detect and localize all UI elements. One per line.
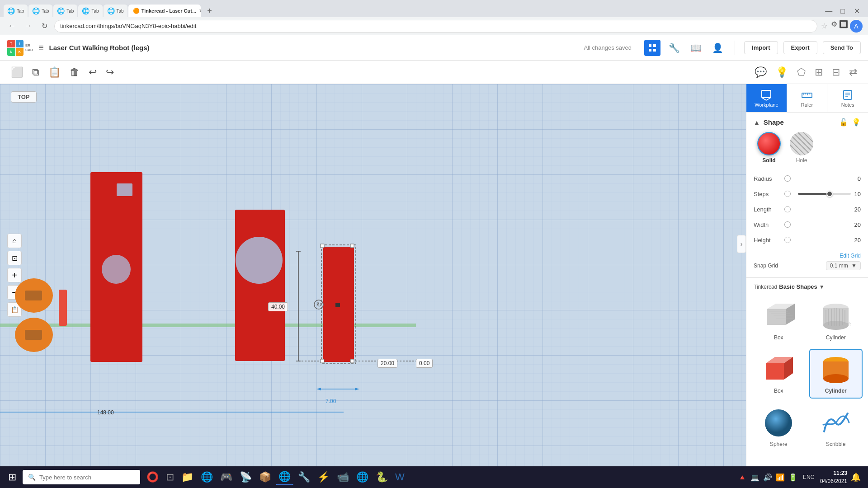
taskbar-icon-app1[interactable]: 📦 <box>256 469 274 485</box>
canvas-area[interactable]: TOP ⌂ ⊡ + − 📋 <box>0 84 746 466</box>
taskbar-icon-python[interactable]: 🐍 <box>373 469 391 485</box>
tray-icon-5[interactable]: 🔋 <box>788 473 797 482</box>
hole-option[interactable]: Hole <box>790 132 813 164</box>
tray-icon-1[interactable]: 🔺 <box>738 473 747 482</box>
profile-btn[interactable]: 👤 <box>709 40 726 56</box>
light-btn[interactable]: 💡 <box>852 118 861 127</box>
steps-slider[interactable] <box>798 193 851 195</box>
svg-rect-16 <box>25 291 42 300</box>
comment-tool[interactable]: 💬 <box>751 65 770 80</box>
back-btn[interactable]: ← <box>5 20 18 33</box>
tray-icon-2[interactable]: 💻 <box>750 473 760 482</box>
delete-btn[interactable]: 🗑 <box>66 65 83 80</box>
minimize-btn[interactable]: — <box>821 5 836 17</box>
svg-point-24 <box>236 237 283 284</box>
taskbar-icon-zoom[interactable]: 📹 <box>334 469 352 485</box>
snap-grid-value-btn[interactable]: 0.1 mm ▼ <box>826 261 861 270</box>
tab[interactable]: 🌐Tab <box>4 5 28 17</box>
shape-tool[interactable]: ⬠ <box>793 65 809 80</box>
browser-window: 🌐Tab 🌐Tab 🌐Tab 🌐Tab 🌐Tab 🟠Tinkercad - La… <box>0 0 868 488</box>
taskbar-icon-word[interactable]: W <box>392 469 407 485</box>
ext-icon-2[interactable]: 🔲 <box>839 20 848 33</box>
svg-rect-2 <box>649 49 651 52</box>
new-tab-btn[interactable]: + <box>203 5 216 17</box>
svg-rect-3 <box>653 49 656 52</box>
view-toggle-grid[interactable] <box>644 40 660 56</box>
workspace: TOP ⌂ ⊡ + − 📋 <box>0 84 868 466</box>
shape-scribble[interactable]: Scribble <box>809 402 863 452</box>
tab[interactable]: 🌐Tab <box>104 5 127 17</box>
redo-btn[interactable]: ↪ <box>102 65 118 80</box>
light-tool[interactable]: 💡 <box>772 65 792 80</box>
shape-sphere-blue[interactable]: Sphere <box>752 402 806 452</box>
solid-option[interactable]: Solid <box>757 132 781 164</box>
notifications-btn[interactable]: 🔔 <box>851 472 861 482</box>
taskbar-search-input[interactable] <box>39 474 125 481</box>
app-logo: T I N K ERCAD <box>7 40 33 56</box>
tab[interactable]: 🌐Tab <box>28 5 52 17</box>
panel-collapse-btn[interactable]: ▲ <box>754 119 760 126</box>
height-dot[interactable] <box>784 237 791 243</box>
copy-btn[interactable]: ⧉ <box>28 65 43 80</box>
top-nav-icons: Workplane Ruler <box>746 84 868 113</box>
taskbar-icon-chrome[interactable]: 🌐 <box>276 469 293 485</box>
taskbar-icon-steam[interactable]: 🎮 <box>217 469 235 485</box>
taskbar-icon-browser2[interactable]: 🌐 <box>354 469 371 485</box>
lock-btn[interactable]: 🔓 <box>839 118 848 127</box>
svg-rect-23 <box>235 210 285 361</box>
edit-grid-btn[interactable]: Edit Grid <box>840 253 861 259</box>
start-btn[interactable]: ⊞ <box>4 469 21 485</box>
notes-icon <box>841 89 854 101</box>
workplane-label: Workplane <box>755 102 778 108</box>
maximize-btn[interactable]: □ <box>837 5 849 17</box>
taskbar-icon-taskview[interactable]: ⊡ <box>163 469 177 485</box>
tab[interactable]: 🌐Tab <box>53 5 77 17</box>
menu-btn[interactable]: ≡ <box>38 42 44 53</box>
forward-btn[interactable]: → <box>22 20 34 33</box>
import-btn[interactable]: Import <box>744 41 778 54</box>
active-tab[interactable]: 🟠Tinkercad - Laser Cut...✕ <box>128 5 201 17</box>
paste-btn[interactable]: 📋 <box>45 65 64 80</box>
learn-btn[interactable]: 📖 <box>688 40 704 56</box>
taskbar-icon-network[interactable]: 📡 <box>237 469 255 485</box>
taskbar-icon-edge[interactable]: 🌐 <box>198 469 216 485</box>
radius-dot[interactable] <box>784 175 791 182</box>
bookmark-btn[interactable]: ☆ <box>821 22 827 30</box>
close-btn[interactable]: ✕ <box>849 5 864 17</box>
export-btn[interactable]: Export <box>783 41 817 54</box>
height-label: Height <box>754 237 784 244</box>
group-tool[interactable]: ⊞ <box>811 65 826 80</box>
url-bar[interactable]: tinkercad.com/things/boVNGaqN3Y8-epic-ha… <box>54 20 817 33</box>
shape-cyl-orange[interactable]: Cylinder ☆ <box>809 349 863 399</box>
shape-box-red[interactable]: Box <box>752 349 806 399</box>
taskbar-icon-file[interactable]: 📁 <box>179 469 196 485</box>
taskbar-icon-arduino[interactable]: ⚡ <box>315 469 332 485</box>
length-dot[interactable] <box>784 206 791 212</box>
send-to-btn[interactable]: Send To <box>823 41 861 54</box>
align-tool[interactable]: ⊟ <box>828 65 844 80</box>
tray-icon-4[interactable]: 📶 <box>776 473 785 482</box>
workplane-btn[interactable]: Workplane <box>746 84 787 112</box>
taskbar-icon-cortana[interactable]: ⭕ <box>144 469 161 485</box>
design-mode-btn[interactable]: 🔧 <box>666 40 682 56</box>
tray-icon-3[interactable]: 🔊 <box>763 473 772 482</box>
shape-cyl-gray[interactable]: Cylinder <box>809 296 863 345</box>
mirror-tool[interactable]: ⇄ <box>845 65 861 80</box>
svg-rect-34 <box>762 90 771 98</box>
taskbar-icon-freecad[interactable]: 🔧 <box>295 469 313 485</box>
taskbar: ⊞ 🔍 ⭕ ⊡ 📁 🌐 🎮 📡 📦 🌐 🔧 ⚡ 📹 🌐 🐍 W 🔺 💻 🔊 📶 … <box>0 466 868 488</box>
create-shape-btn[interactable]: ⬜ <box>7 65 27 80</box>
ruler-btn[interactable]: Ruler <box>787 84 828 112</box>
library-dropdown-btn[interactable]: Basic Shapes ▼ <box>779 283 824 290</box>
tab[interactable]: 🌐Tab <box>78 5 102 17</box>
undo-btn[interactable]: ↩ <box>85 65 100 80</box>
ext-icon-1[interactable]: ⚙ <box>831 20 837 33</box>
reload-btn[interactable]: ↻ <box>38 20 51 33</box>
shape-box-gray[interactable]: Box <box>752 296 806 345</box>
steps-dot[interactable] <box>784 191 791 197</box>
width-dot[interactable] <box>784 221 791 228</box>
notes-btn[interactable]: Notes <box>827 84 868 112</box>
taskbar-search-bar[interactable]: 🔍 <box>23 470 140 484</box>
profile-icon[interactable]: A <box>850 20 863 33</box>
radius-row: Radius 0 <box>754 171 861 186</box>
